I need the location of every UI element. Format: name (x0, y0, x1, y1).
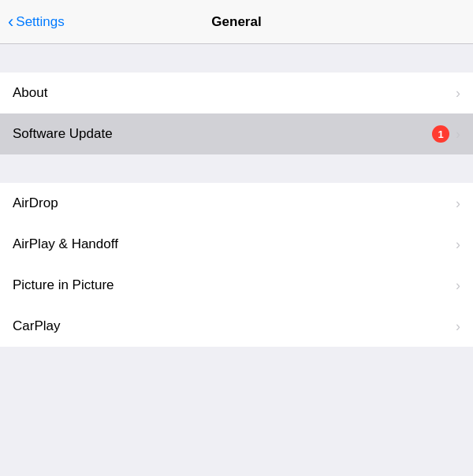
software-update-row[interactable]: Software Update 1 › (0, 113, 473, 154)
software-update-badge: 1 (432, 125, 449, 143)
picture-in-picture-row[interactable]: Picture in Picture › (0, 265, 473, 306)
airplay-handoff-label: AirPlay & Handoff (13, 236, 456, 252)
picture-in-picture-label: Picture in Picture (13, 277, 456, 293)
page-title: General (211, 14, 261, 30)
airdrop-chevron-icon: › (456, 196, 460, 210)
airdrop-row[interactable]: AirDrop › (0, 183, 473, 224)
airplay-handoff-row[interactable]: AirPlay & Handoff › (0, 224, 473, 265)
about-chevron-icon: › (456, 86, 460, 100)
carplay-chevron-icon: › (456, 319, 460, 333)
back-button[interactable]: ‹ Settings (8, 13, 65, 31)
back-label: Settings (16, 14, 64, 30)
software-update-label: Software Update (13, 126, 432, 142)
carplay-row[interactable]: CarPlay › (0, 306, 473, 347)
software-update-chevron-icon: › (456, 127, 460, 141)
picture-in-picture-chevron-icon: › (456, 278, 460, 292)
back-chevron-icon: ‹ (8, 13, 13, 31)
section-gap-top (0, 44, 473, 73)
airdrop-label: AirDrop (13, 195, 456, 211)
about-label: About (13, 85, 456, 101)
badge-count: 1 (438, 128, 443, 140)
carplay-label: CarPlay (13, 318, 456, 334)
airplay-handoff-chevron-icon: › (456, 237, 460, 251)
navigation-bar: ‹ Settings General (0, 0, 473, 44)
settings-group-1: About › Software Update 1 › (0, 73, 473, 154)
section-gap-middle (0, 154, 473, 183)
about-row[interactable]: About › (0, 73, 473, 113)
settings-group-2: AirDrop › AirPlay & Handoff › Picture in… (0, 183, 473, 347)
